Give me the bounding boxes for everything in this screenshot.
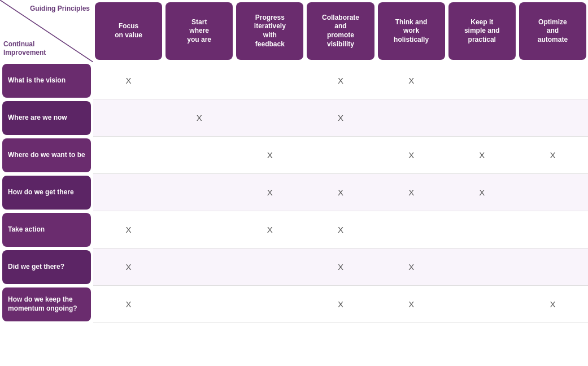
col-header-3: Progressiterativelywithfeedback (236, 2, 303, 60)
cell-r5-c5 (376, 211, 447, 249)
cell-r2-c2: X (164, 99, 234, 137)
corner-header: Guiding Principles ContinualImprovement (0, 0, 93, 62)
cell-r2-c5 (376, 99, 447, 137)
cell-r4-c1 (93, 174, 164, 211)
cell-r2-c3 (234, 99, 305, 137)
cell-r1-c1: X (93, 62, 164, 99)
cell-r1-c4: X (305, 62, 376, 99)
cell-r2-c1 (93, 99, 164, 137)
cell-r7-c3 (234, 286, 305, 323)
cell-r6-c1: X (93, 249, 164, 286)
cell-r5-c6 (447, 211, 517, 249)
col-header-5: Think andworkholistically (378, 2, 445, 60)
cell-r4-c7 (517, 174, 588, 211)
cell-r5-c4: X (305, 211, 376, 249)
guiding-principles-label: Guiding Principles (30, 5, 90, 12)
cell-r1-c3 (234, 62, 305, 99)
cell-r4-c6: X (447, 174, 517, 211)
cell-r6-c5: X (376, 249, 447, 286)
cell-r6-c2 (164, 249, 234, 286)
cell-r7-c1: X (93, 286, 164, 323)
cell-r1-c2 (164, 62, 234, 99)
cell-r1-c7 (517, 62, 588, 99)
cell-r5-c3: X (234, 211, 305, 249)
cell-r7-c5: X (376, 286, 447, 323)
cell-r3-c7: X (517, 137, 588, 174)
row-header-1: What is the vision (2, 64, 91, 98)
cell-r3-c6: X (447, 137, 517, 174)
cell-r7-c7: X (517, 286, 588, 323)
col-header-1: Focuson value (95, 2, 162, 60)
cell-r2-c4: X (305, 99, 376, 137)
row-header-4: How do we get there (2, 176, 91, 210)
cell-r7-c4: X (305, 286, 376, 323)
continual-improvement-label: ContinualImprovement (3, 40, 46, 56)
cell-r6-c4: X (305, 249, 376, 286)
cell-r5-c1: X (93, 211, 164, 249)
cell-r7-c6 (447, 286, 517, 323)
cell-r4-c4: X (305, 174, 376, 211)
cell-r4-c3: X (234, 174, 305, 211)
col-header-7: Optimizeandautomate (519, 2, 586, 60)
cell-r2-c6 (447, 99, 517, 137)
cell-r3-c1 (93, 137, 164, 174)
main-grid: Guiding Principles ContinualImprovement … (0, 0, 588, 323)
col-header-2: Startwhereyou are (165, 2, 233, 60)
col-header-6: Keep itsimple andpractical (448, 2, 516, 60)
cell-r6-c3 (234, 249, 305, 286)
cell-r4-c2 (164, 174, 234, 211)
cell-r6-c6 (447, 249, 517, 286)
cell-r3-c3: X (234, 137, 305, 174)
row-header-7: How do we keep the momentum ongoing? (2, 287, 91, 321)
row-header-2: Where are we now (2, 101, 91, 135)
cell-r2-c7 (517, 99, 588, 137)
cell-r1-c6 (447, 62, 517, 99)
cell-r1-c5: X (376, 62, 447, 99)
cell-r7-c2 (164, 286, 234, 323)
row-header-5: Take action (2, 213, 91, 247)
cell-r3-c4 (305, 137, 376, 174)
row-header-6: Did we get there? (2, 250, 91, 284)
row-header-3: Where do we want to be (2, 138, 91, 172)
cell-r3-c2 (164, 137, 234, 174)
cell-r4-c5: X (376, 174, 447, 211)
cell-r5-c2 (164, 211, 234, 249)
cell-r5-c7 (517, 211, 588, 249)
cell-r3-c5: X (376, 137, 447, 174)
cell-r6-c7 (517, 249, 588, 286)
col-header-4: Collaborateandpromotevisibility (307, 2, 374, 60)
